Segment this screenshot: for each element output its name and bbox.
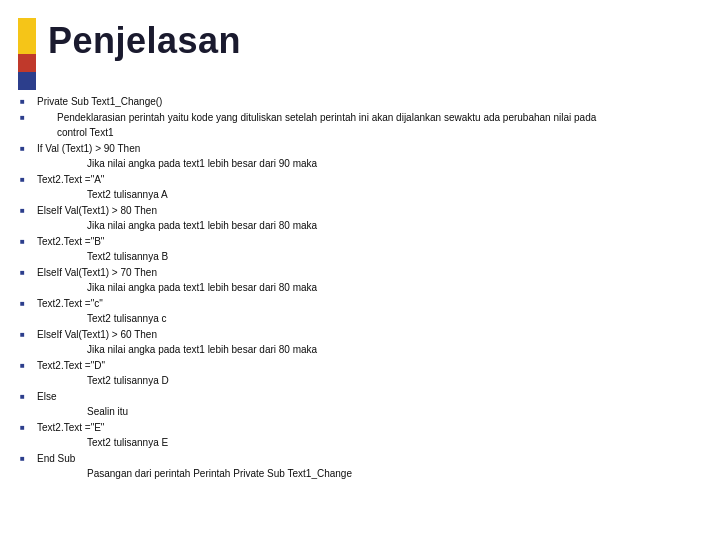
line-text: Text2 tulisannya c — [37, 312, 710, 327]
line-text: ElseIf Val(Text1) > 60 Then — [37, 328, 710, 343]
line-text: Jika nilai angka pada text1 lebih besar … — [37, 281, 710, 296]
content-row: Sealin itu — [20, 405, 710, 420]
page-title: Penjelasan — [48, 20, 241, 62]
bullet-icon: ■ — [20, 421, 34, 434]
content-row: Text2 tulisannya c — [20, 312, 710, 327]
content-row: Jika nilai angka pada text1 lebih besar … — [20, 219, 710, 234]
bullet-icon: ■ — [20, 266, 34, 279]
content-row: ■Text2.Text ="B" — [20, 235, 710, 250]
bullet-icon — [20, 188, 34, 189]
bullet-icon: ■ — [20, 142, 34, 155]
line-text: Text2 tulisannya A — [37, 188, 710, 203]
bullet-icon — [20, 281, 34, 282]
line-text: Text2 tulisannya B — [37, 250, 710, 265]
content-row: Text2 tulisannya A — [20, 188, 710, 203]
bullet-icon — [20, 436, 34, 437]
line-text: If Val (Text1) > 90 Then — [37, 142, 710, 157]
content-row: ■ElseIf Val(Text1) > 70 Then — [20, 266, 710, 281]
content-row: ■ElseIf Val(Text1) > 80 Then — [20, 204, 710, 219]
line-text: Text2.Text ="D" — [37, 359, 710, 374]
content-row: ■Else — [20, 390, 710, 405]
content-row: ■If Val (Text1) > 90 Then — [20, 142, 710, 157]
bullet-icon: ■ — [20, 235, 34, 248]
content-row: Text2 tulisannya D — [20, 374, 710, 389]
line-text: ElseIf Val(Text1) > 70 Then — [37, 266, 710, 281]
bullet-icon: ■ — [20, 204, 34, 217]
line-text: Text2 tulisannya E — [37, 436, 710, 451]
bullet-icon — [20, 312, 34, 313]
bullet-icon — [20, 467, 34, 468]
content-row: ■Private Sub Text1_Change() — [20, 95, 710, 110]
content-row: Text2 tulisannya E — [20, 436, 710, 451]
bullet-icon: ■ — [20, 111, 34, 124]
content-row: ■Text2.Text ="c" — [20, 297, 710, 312]
bullet-icon: ■ — [20, 95, 34, 108]
line-text: Jika nilai angka pada text1 lebih besar … — [37, 157, 710, 172]
line-text: Text2.Text ="E" — [37, 421, 710, 436]
bullet-icon: ■ — [20, 297, 34, 310]
content-row: Pasangan dari perintah Perintah Private … — [20, 467, 710, 482]
bullet-icon — [20, 157, 34, 158]
content-row: ■Text2.Text ="E" — [20, 421, 710, 436]
bullet-icon: ■ — [20, 390, 34, 403]
content-row: Jika nilai angka pada text1 lebih besar … — [20, 157, 710, 172]
line-text: Text2.Text ="A" — [37, 173, 710, 188]
content-row: ■Pendeklarasian perintah yaitu kode yang… — [20, 111, 710, 126]
bullet-icon — [20, 126, 34, 127]
content-row: ■Text2.Text ="D" — [20, 359, 710, 374]
line-text: Jika nilai angka pada text1 lebih besar … — [37, 219, 710, 234]
bullet-icon — [20, 374, 34, 375]
deco-red — [18, 54, 36, 72]
content-area: ■Private Sub Text1_Change()■Pendeklarasi… — [20, 95, 710, 530]
line-text: End Sub — [37, 452, 710, 467]
bullet-icon — [20, 250, 34, 251]
bullet-icon — [20, 343, 34, 344]
line-text: control Text1 — [37, 126, 710, 141]
line-text: ElseIf Val(Text1) > 80 Then — [37, 204, 710, 219]
bullet-icon: ■ — [20, 452, 34, 465]
bullet-icon: ■ — [20, 173, 34, 186]
decoration-blocks — [18, 18, 36, 90]
bullet-icon: ■ — [20, 328, 34, 341]
content-row: Jika nilai angka pada text1 lebih besar … — [20, 343, 710, 358]
line-text: Else — [37, 390, 710, 405]
line-text: Sealin itu — [37, 405, 710, 420]
line-text: Private Sub Text1_Change() — [37, 95, 710, 110]
line-text: Text2.Text ="c" — [37, 297, 710, 312]
deco-blue — [18, 72, 36, 90]
content-row: ■End Sub — [20, 452, 710, 467]
content-row: Jika nilai angka pada text1 lebih besar … — [20, 281, 710, 296]
bullet-icon — [20, 405, 34, 406]
line-text: Text2 tulisannya D — [37, 374, 710, 389]
line-text: Jika nilai angka pada text1 lebih besar … — [37, 343, 710, 358]
line-text: Pasangan dari perintah Perintah Private … — [37, 467, 710, 482]
line-text: Text2.Text ="B" — [37, 235, 710, 250]
content-row: ■ElseIf Val(Text1) > 60 Then — [20, 328, 710, 343]
line-text: Pendeklarasian perintah yaitu kode yang … — [37, 111, 710, 126]
content-row: Text2 tulisannya B — [20, 250, 710, 265]
bullet-icon: ■ — [20, 359, 34, 372]
bullet-icon — [20, 219, 34, 220]
content-row: control Text1 — [20, 126, 710, 141]
content-row: ■Text2.Text ="A" — [20, 173, 710, 188]
deco-yellow — [18, 18, 36, 54]
